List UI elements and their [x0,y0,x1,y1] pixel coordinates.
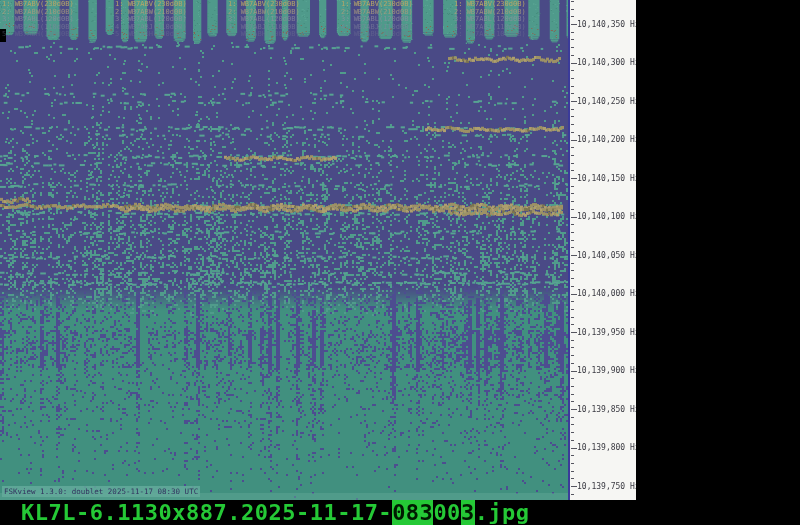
image-viewer-window: 1: WB7ABV(230d0B)2: WB7ABW(210d0B)3: WB7… [0,0,800,525]
axis-minor-tick [571,278,574,279]
axis-minor-tick [571,86,574,87]
freq-label: 10,140,000 Hz [577,289,640,298]
axis-minor-tick [571,471,574,472]
status-line: FSKview 1.3.0: doublet 2025-11-17 08:30 … [2,486,200,497]
axis-minor-tick [571,270,574,271]
filename-segment: 083 [392,500,433,525]
freq-label: 10,139,950 Hz [577,328,640,337]
axis-minor-tick [571,301,574,302]
axis-minor-tick [571,240,574,241]
axis-minor-tick [571,394,574,395]
axis-minor-tick [571,232,574,233]
axis-minor-tick [571,386,574,387]
decode-line: 5: WB7ABH(100d0B) [115,31,187,39]
axis-minor-tick [571,417,574,418]
decode-list: 1: WB7ABV(230d0B)2: WB7ABW(210d0B)3: WB7… [2,1,74,39]
decode-line: 5: WB7ABH(100d0B) [2,31,74,39]
axis-minor-tick [571,109,574,110]
freq-axis: 10,140,350 Hz10,140,300 Hz10,140,250 Hz1… [568,0,636,500]
freq-label: 10,140,100 Hz [577,212,640,221]
axis-minor-tick [571,39,574,40]
axis-minor-tick [571,309,574,310]
filename-segment: 00 [433,500,461,525]
freq-label: 10,140,200 Hz [577,135,640,144]
axis-minor-tick [571,186,574,187]
decode-list: 1: WB7ABV(230d0B)2: WB7ABW(210d0B)3: WB7… [115,1,187,39]
filename-segment: 3 [461,500,475,525]
axis-minor-tick [571,1,574,2]
decode-line: 5: WB7ABH(100d0B) [228,31,300,39]
axis-minor-tick [571,424,574,425]
decode-list: 1: WB7ABV(230d0B)2: WB7ABW(210d0B)3: WB7… [454,1,526,39]
axis-minor-tick [571,478,574,479]
axis-minor-tick [571,224,574,225]
axis-minor-tick [571,78,574,79]
axis-minor-tick [571,355,574,356]
freq-label: 10,140,350 Hz [577,20,640,29]
freq-label: 10,140,150 Hz [577,174,640,183]
spectrogram-canvas [0,0,568,500]
axis-minor-tick [571,155,574,156]
decode-line: 5: WB7ABH(100d0B) [341,31,413,39]
axis-minor-tick [571,9,574,10]
freq-label: 10,140,050 Hz [577,251,640,260]
axis-minor-tick [571,193,574,194]
axis-minor-tick [571,116,574,117]
axis-minor-tick [571,16,574,17]
decode-list: 1: WB7ABV(230d0B)2: WB7ABW(210d0B)3: WB7… [341,1,413,39]
axis-minor-tick [571,209,574,210]
right-black-panel [636,0,800,500]
axis-minor-tick [571,463,574,464]
filename-segment: KL7L-6.1130x887.2025-11-17- [21,500,392,525]
axis-minor-tick [571,124,574,125]
axis-minor-tick [571,247,574,248]
axis-minor-tick [571,455,574,456]
axis-minor-tick [571,93,574,94]
axis-minor-tick [571,401,574,402]
axis-minor-tick [571,70,574,71]
axis-minor-tick [571,163,574,164]
freq-label: 10,139,850 Hz [577,405,640,414]
freq-label: 10,140,300 Hz [577,58,640,67]
filename-segment: .jpg [475,500,530,525]
freq-label: 10,139,750 Hz [577,482,640,491]
axis-minor-tick [571,32,574,33]
decode-line: 5: WB7ABH(100d0B) [454,31,526,39]
filename-text: KL7L-6.1130x887.2025-11-17-083003.jpg [21,500,530,525]
axis-minor-tick [571,494,574,495]
axis-minor-tick [571,201,574,202]
viewer-bottom-bar: KL7L-6.1130x887.2025-11-17-083003.jpg [0,500,800,525]
axis-minor-tick [571,132,574,133]
freq-label: 10,139,900 Hz [577,366,640,375]
axis-minor-tick [571,378,574,379]
axis-minor-tick [571,440,574,441]
freq-label: 10,140,250 Hz [577,97,640,106]
axis-minor-tick [571,347,574,348]
axis-minor-tick [571,340,574,341]
axis-minor-tick [571,317,574,318]
freq-label: 10,139,800 Hz [577,443,640,452]
axis-minor-tick [571,47,574,48]
axis-minor-tick [571,263,574,264]
axis-minor-tick [571,55,574,56]
axis-minor-tick [571,170,574,171]
axis-minor-tick [571,286,574,287]
axis-minor-tick [571,432,574,433]
axis-minor-tick [571,147,574,148]
decode-list: 1: WB7ABV(230d0B)2: WB7ABW(210d0B)3: WB7… [228,1,300,39]
axis-minor-tick [571,363,574,364]
axis-minor-tick [571,324,574,325]
